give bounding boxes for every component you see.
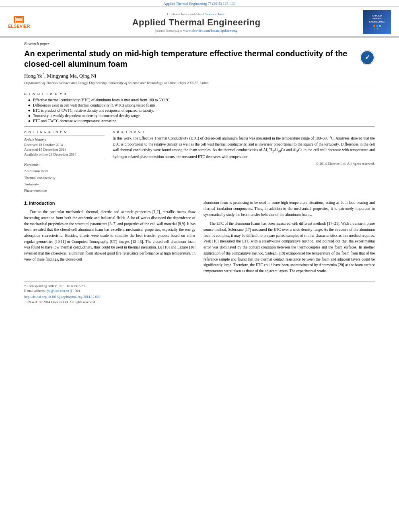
highlight-item: ETC and CWTC decrease with temperature i… — [28, 119, 375, 123]
info-abstract-row: A R T I C L E I N F O Article history: R… — [24, 130, 375, 194]
journal-header: ELSEVIER Contents lists available at Sci… — [0, 7, 399, 37]
highlight-item: ETC is product of CWTC, relative density… — [28, 109, 375, 113]
footer: * Corresponding author. Tel.: +86 636072… — [24, 281, 375, 308]
keyword-item: Aluminum foam — [24, 168, 105, 174]
homepage-label: journal homepage: — [155, 29, 182, 33]
sciencedirect-link[interactable]: ScienceDirect — [205, 12, 225, 16]
abstract-col: A B S T R A C T In this work, the Effect… — [113, 130, 375, 194]
intro-para-right-1: aluminum foam is promising to be used in… — [204, 200, 375, 218]
email-link[interactable]: lye@ustc.edu.cn — [46, 289, 69, 293]
divider-info — [24, 136, 105, 136]
journal-name: Applied Thermal Engineering — [30, 17, 363, 28]
copyright-notice: © 2014 Elsevier Ltd. All rights reserved… — [113, 162, 375, 166]
svg-text:CrossMark: CrossMark — [363, 62, 372, 64]
highlight-item: Effective thermal conductivity (ETC) of … — [28, 98, 375, 102]
article-info-label: A R T I C L E I N F O — [24, 130, 105, 134]
divider-after-affiliation — [24, 89, 375, 89]
article-title-row: An experimental study on mid-high temper… — [24, 48, 375, 69]
keyword-item: Phase transition — [24, 187, 105, 194]
body-col-right: aluminum foam is promising to be used in… — [204, 200, 375, 277]
available-date: Available online 23 December 2014 — [24, 152, 105, 156]
keyword-item: Thermal conductivity — [24, 175, 105, 181]
highlights-list: Effective thermal conductivity (ETC) of … — [24, 98, 375, 123]
email-address-note: E-mail address: lye@ustc.edu.cn (H. Ye). — [24, 289, 375, 293]
contents-available-line: Contents lists available at ScienceDirec… — [30, 12, 363, 16]
elsevier-logo: ELSEVIER — [8, 16, 30, 29]
highlights-header: H I G H L I G H T S — [24, 92, 375, 96]
intro-para-right-2: The ETC of the aluminum foams has been m… — [204, 221, 375, 274]
keywords-list: Aluminum foam Thermal conductivity Tortu… — [24, 168, 105, 194]
corresponding-star: * — [43, 72, 45, 76]
highlight-item: Tortuosity is weakly dependent on densit… — [28, 114, 375, 118]
top-bar: Applied Thermal Engineering 77 (2015) 12… — [0, 0, 399, 7]
journal-thumb-decoration — [373, 25, 381, 27]
elsevier-wordmark: ELSEVIER — [8, 24, 30, 29]
article-title-text: An experimental study on mid-high temper… — [24, 48, 360, 69]
main-content: Research paper An experimental study on … — [0, 37, 399, 277]
body-col-left: 1. Introduction Due to the particular me… — [24, 200, 195, 277]
corresponding-author-note: * Corresponding author. Tel.: +86 636072… — [24, 284, 375, 288]
divider-highlights — [24, 126, 375, 127]
journal-thumbnail: APPLIEDTHERMALENGINEERING ■ ■ ■ ■ — [363, 10, 391, 34]
keyword-item: Tortuosity — [24, 181, 105, 187]
article-info-col: A R T I C L E I N F O Article history: R… — [24, 130, 105, 194]
svg-text:✓: ✓ — [365, 54, 370, 61]
highlights-section: H I G H L I G H T S Effective thermal co… — [24, 92, 375, 123]
journal-url[interactable]: www.elsevier.com/locate/apthermeng — [183, 29, 237, 33]
highlight-item: Differences exist in cell wall thermal c… — [28, 103, 375, 107]
abstract-label: A B S T R A C T — [113, 130, 375, 134]
journal-header-center: Contents lists available at ScienceDirec… — [30, 12, 363, 33]
accepted-date: Accepted 15 December 2014 — [24, 148, 105, 152]
body-content: 1. Introduction Due to the particular me… — [24, 200, 375, 277]
contents-text: Contents lists available at — [167, 12, 204, 16]
affiliation: Department of Thermal Science and Energy… — [24, 81, 375, 85]
article-history-title: Article history: — [24, 138, 105, 142]
crossmark-icon: ✓ CrossMark — [360, 50, 375, 65]
doi-link[interactable]: http://dx.doi.org/10.1016/j.applthermale… — [24, 295, 100, 299]
intro-title: 1. Introduction — [24, 200, 195, 207]
journal-homepage-line: journal homepage: www.elsevier.com/locat… — [30, 29, 363, 33]
intro-para-1: Due to the particular mechanical, therma… — [24, 209, 195, 262]
journal-citation: Applied Thermal Engineering 77 (2015) 12… — [163, 2, 235, 6]
issn-line: 1359-4311/© 2014 Elsevier Ltd. All right… — [24, 300, 375, 304]
elsevier-rect — [14, 16, 24, 23]
authors: Hong Ye*, Mingyang Ma, Qing Ni — [24, 72, 375, 79]
article-type: Research paper — [24, 41, 375, 46]
divider-keywords — [24, 159, 105, 159]
journal-thumb-title: APPLIEDTHERMALENGINEERING — [369, 14, 385, 23]
received-date: Received 18 October 2014 — [24, 143, 105, 147]
abstract-text: In this work, the Effective Thermal Cond… — [113, 136, 375, 160]
keywords-title: Keywords: — [24, 162, 105, 166]
